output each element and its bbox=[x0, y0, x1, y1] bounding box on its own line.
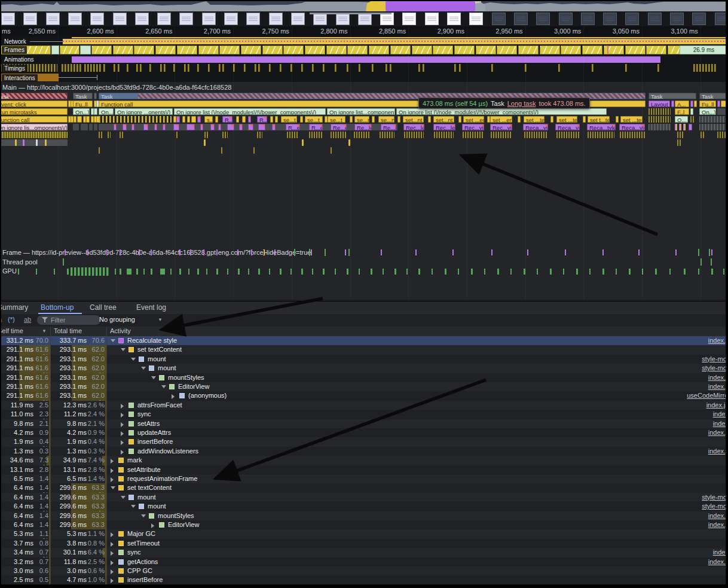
source-link[interactable]: index. bbox=[713, 420, 728, 427]
flame-block[interactable] bbox=[397, 116, 400, 123]
table-row[interactable]: 291.1 ms61.6 %293.1 ms62.0 %set textCont… bbox=[0, 345, 728, 354]
flame-block[interactable] bbox=[616, 116, 619, 123]
flame-block[interactable] bbox=[99, 116, 172, 123]
expand-icon[interactable] bbox=[111, 551, 114, 556]
flame-block[interactable] bbox=[253, 147, 255, 154]
flame-block[interactable] bbox=[182, 116, 185, 123]
flame-block[interactable]: On ignore list...components\/) bbox=[327, 108, 395, 115]
timing-marker[interactable] bbox=[255, 64, 256, 72]
source-link[interactable]: useCodeMirror bbox=[687, 392, 728, 399]
timing-marker[interactable] bbox=[103, 64, 105, 72]
flame-block[interactable] bbox=[309, 132, 322, 138]
filmstrip-frame[interactable] bbox=[202, 13, 216, 25]
flame-block[interactable] bbox=[458, 116, 461, 123]
flame-block[interactable] bbox=[491, 132, 512, 138]
flame-block[interactable] bbox=[380, 132, 394, 138]
filmstrip-frame[interactable] bbox=[135, 13, 149, 25]
expand-icon[interactable] bbox=[121, 404, 124, 409]
tab-bottom-up[interactable]: Bottom-up bbox=[39, 301, 75, 314]
flame-block[interactable] bbox=[270, 116, 273, 123]
source-link[interactable]: style-mod bbox=[702, 493, 728, 501]
table-row[interactable]: 11.0 ms2.3 %11.2 ms2.4 %syncindex. bbox=[0, 410, 728, 419]
flame-block[interactable] bbox=[649, 116, 671, 123]
timings-track[interactable] bbox=[0, 64, 728, 72]
table-row[interactable]: 4.2 ms0.9 %4.2 ms0.9 %updateAttrsindex.j… bbox=[0, 428, 728, 437]
flame-block[interactable] bbox=[275, 116, 278, 123]
expand-icon[interactable] bbox=[111, 532, 114, 537]
flame-block[interactable] bbox=[227, 124, 234, 130]
flame-block[interactable]: F..l bbox=[675, 108, 689, 115]
source-link[interactable]: index. bbox=[713, 549, 728, 556]
table-row[interactable]: 6.4 ms1.4 %299.6 ms63.3 %mountstyle-mod bbox=[0, 493, 728, 502]
flame-block[interactable]: Re...le bbox=[381, 124, 396, 130]
filmstrip-frame[interactable] bbox=[559, 13, 573, 25]
flame-block[interactable] bbox=[222, 132, 228, 138]
frame-cell[interactable] bbox=[60, 45, 79, 54]
filmstrip-frame[interactable] bbox=[715, 13, 728, 25]
collapse-icon[interactable] bbox=[141, 514, 146, 517]
gpu-track[interactable]: GPU bbox=[0, 267, 728, 276]
frame-cell[interactable] bbox=[91, 45, 112, 54]
flame-block[interactable] bbox=[620, 132, 646, 138]
frame-cell[interactable] bbox=[262, 45, 283, 54]
flame-block[interactable] bbox=[215, 116, 218, 123]
filmstrip-frame[interactable] bbox=[269, 13, 283, 25]
frame-cell[interactable] bbox=[582, 45, 602, 54]
frame-cell[interactable] bbox=[326, 45, 347, 54]
table-row[interactable]: 291.1 ms61.6 %293.1 ms62.0 %mountstyle-m… bbox=[0, 364, 728, 373]
flame-block[interactable] bbox=[186, 124, 195, 130]
frame-cell[interactable] bbox=[198, 45, 219, 54]
flame-block[interactable] bbox=[239, 124, 243, 130]
table-row[interactable]: 1.9 ms0.4 %1.9 ms0.4 %insertBefore bbox=[0, 437, 728, 446]
filmstrip-frame[interactable] bbox=[492, 13, 506, 25]
flame-block[interactable]: Task bbox=[699, 93, 728, 99]
filmstrip-frame[interactable] bbox=[603, 13, 617, 25]
table-row[interactable]: 291.1 ms61.6 %293.1 ms62.0 %(anonymous)u… bbox=[0, 391, 728, 400]
collapse-icon[interactable] bbox=[151, 376, 156, 379]
frame-cell[interactable] bbox=[219, 45, 240, 54]
source-link[interactable]: index.js: bbox=[706, 401, 728, 409]
table-row[interactable]: 6.4 ms1.4 %299.6 ms63.3 %set textContent bbox=[0, 483, 728, 492]
frame-cell[interactable] bbox=[80, 45, 91, 54]
column-total-time[interactable]: Total time bbox=[54, 327, 82, 334]
flame-block[interactable] bbox=[677, 132, 684, 138]
timing-marker[interactable] bbox=[301, 64, 303, 72]
timing-marker[interactable] bbox=[359, 64, 360, 72]
flame-block[interactable]: set ...tent bbox=[556, 116, 577, 123]
filmstrip-frame[interactable] bbox=[46, 13, 60, 25]
flame-block[interactable]: R... bbox=[222, 116, 233, 123]
expand-icon[interactable] bbox=[111, 468, 114, 473]
flame-block[interactable] bbox=[204, 132, 208, 138]
flame-block[interactable] bbox=[204, 139, 206, 146]
table-row[interactable]: 291.1 ms61.6 %293.1 ms62.0 %mountStylesi… bbox=[0, 373, 728, 382]
table-row[interactable]: 291.1 ms61.6 %293.1 ms62.0 %EditorViewin… bbox=[0, 382, 728, 391]
filmstrip-frame[interactable] bbox=[625, 13, 639, 25]
flame-block[interactable] bbox=[331, 147, 332, 154]
thread-pool-track[interactable]: Thread pool bbox=[0, 258, 728, 266]
flame-block[interactable]: Run microtasks bbox=[0, 108, 68, 115]
source-link[interactable]: style-mod bbox=[702, 355, 728, 362]
timing-marker[interactable] bbox=[459, 64, 461, 72]
flame-block[interactable] bbox=[699, 116, 728, 123]
flame-block[interactable] bbox=[154, 124, 157, 130]
timing-marker[interactable] bbox=[219, 64, 221, 72]
filmstrip-frame[interactable] bbox=[380, 13, 394, 25]
flame-block[interactable]: R... bbox=[257, 116, 267, 123]
flame-block[interactable] bbox=[675, 124, 687, 130]
tab-summary[interactable]: Summary bbox=[0, 301, 29, 314]
filmstrip-frame[interactable] bbox=[224, 13, 238, 25]
timing-marker[interactable] bbox=[197, 64, 199, 72]
frame-duration-cell[interactable]: 26.9 ms bbox=[680, 45, 728, 54]
flame-block[interactable] bbox=[434, 132, 454, 138]
frame-cell[interactable] bbox=[476, 45, 496, 54]
timing-marker[interactable] bbox=[418, 64, 420, 72]
filmstrip-frame[interactable] bbox=[179, 13, 193, 25]
timing-marker[interactable] bbox=[222, 64, 224, 72]
flame-block[interactable]: A... bbox=[675, 100, 689, 107]
flame-block[interactable] bbox=[176, 116, 180, 123]
frame-cell[interactable] bbox=[390, 45, 411, 54]
column-separator[interactable] bbox=[50, 327, 51, 588]
column-activity[interactable]: Activity bbox=[110, 327, 131, 334]
flame-block[interactable] bbox=[272, 124, 276, 130]
source-link[interactable]: style-mod bbox=[702, 502, 728, 510]
